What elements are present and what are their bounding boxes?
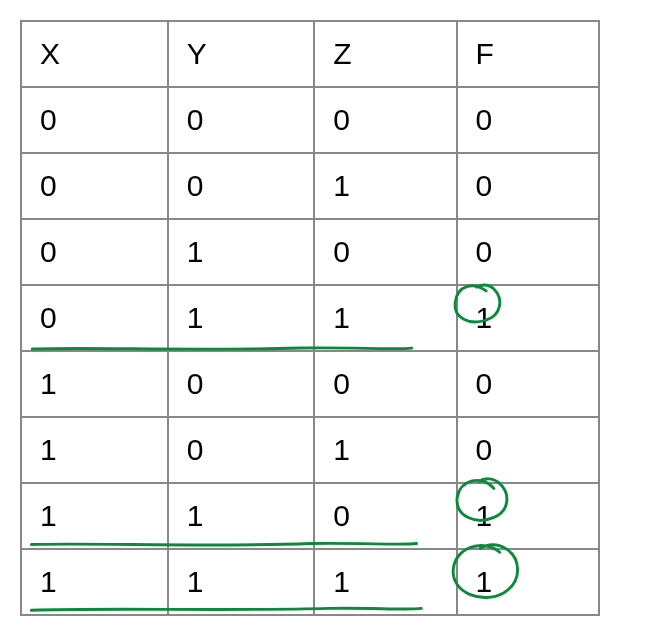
cell-y: 1 <box>168 285 315 351</box>
cell-f: 1 <box>457 549 599 615</box>
cell-x: 1 <box>21 483 168 549</box>
cell-y: 0 <box>168 87 315 153</box>
table-row: 0 1 1 1 <box>21 285 599 351</box>
col-header-z: Z <box>314 21 456 87</box>
cell-y: 0 <box>168 153 315 219</box>
truth-table: X Y Z F 0 0 0 0 0 0 1 0 0 1 0 0 0 1 1 1 <box>20 20 600 616</box>
table-header-row: X Y Z F <box>21 21 599 87</box>
table-row: 0 1 0 0 <box>21 219 599 285</box>
cell-z: 0 <box>314 219 456 285</box>
table-row: 1 0 0 0 <box>21 351 599 417</box>
cell-z: 1 <box>314 549 456 615</box>
cell-y: 1 <box>168 549 315 615</box>
cell-f: 0 <box>457 417 599 483</box>
cell-f: 0 <box>457 153 599 219</box>
table-row: 1 1 0 1 <box>21 483 599 549</box>
cell-z: 1 <box>314 285 456 351</box>
cell-f: 0 <box>457 87 599 153</box>
cell-x: 1 <box>21 417 168 483</box>
cell-f: 0 <box>457 219 599 285</box>
col-header-f: F <box>457 21 599 87</box>
col-header-x: X <box>21 21 168 87</box>
cell-z: 0 <box>314 483 456 549</box>
cell-y: 0 <box>168 351 315 417</box>
cell-y: 0 <box>168 417 315 483</box>
col-header-y: Y <box>168 21 315 87</box>
cell-x: 1 <box>21 549 168 615</box>
table-row: 1 0 1 0 <box>21 417 599 483</box>
table-row: 1 1 1 1 <box>21 549 599 615</box>
cell-f: 1 <box>457 285 599 351</box>
cell-x: 0 <box>21 153 168 219</box>
cell-z: 0 <box>314 87 456 153</box>
cell-x: 0 <box>21 87 168 153</box>
cell-z: 0 <box>314 351 456 417</box>
cell-y: 1 <box>168 483 315 549</box>
cell-x: 0 <box>21 219 168 285</box>
cell-z: 1 <box>314 153 456 219</box>
cell-x: 1 <box>21 351 168 417</box>
table-row: 0 0 1 0 <box>21 153 599 219</box>
cell-f: 0 <box>457 351 599 417</box>
cell-x: 0 <box>21 285 168 351</box>
table-row: 0 0 0 0 <box>21 87 599 153</box>
cell-z: 1 <box>314 417 456 483</box>
cell-f: 1 <box>457 483 599 549</box>
cell-y: 1 <box>168 219 315 285</box>
